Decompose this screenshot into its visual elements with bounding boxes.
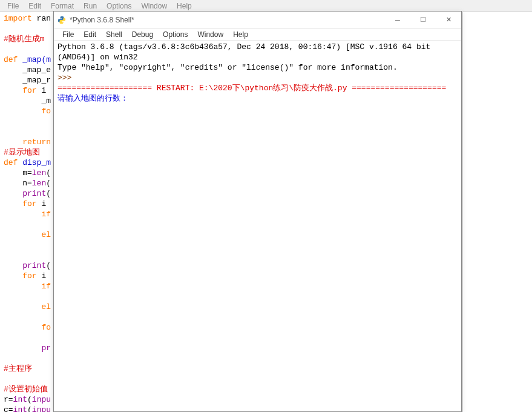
shell-menu-edit[interactable]: Edit	[79, 30, 101, 39]
window-controls: ─ ☐ ✕	[385, 12, 461, 28]
shell-restart-line: ==================== RESTART: E:\2020下\p…	[57, 84, 427, 93]
code-text: _m	[4, 96, 51, 105]
code-text: (	[46, 189, 51, 198]
keyword-import: import	[4, 14, 32, 23]
close-button[interactable]: ✕	[436, 12, 461, 28]
builtin-int: int	[13, 405, 27, 412]
shell-menu-debug[interactable]: Debug	[127, 30, 158, 39]
code-text: (	[46, 168, 51, 178]
func-name: _map(m	[18, 55, 51, 64]
python-icon	[57, 16, 66, 24]
code-text: n=	[4, 179, 32, 188]
code-text: i	[37, 199, 51, 208]
comment: #设置初始值	[4, 385, 48, 394]
keyword-else: el	[4, 230, 51, 239]
shell-output-area[interactable]: Python 3.6.8 (tags/v3.6.8:3c6b436a57, De…	[54, 41, 461, 105]
code-text: i	[37, 86, 51, 95]
editor-margin-line	[462, 12, 463, 412]
comment: #主程序	[4, 364, 32, 373]
keyword-def: def	[4, 55, 18, 64]
keyword-for: for	[4, 199, 37, 208]
editor-menubar: File Edit Format Run Options Window Help	[0, 0, 532, 12]
code-text: i	[37, 271, 51, 281]
func-name: disp_m	[18, 158, 51, 167]
menu-run[interactable]: Run	[79, 2, 102, 10]
code-text: r=	[4, 395, 13, 404]
shell-banner-version: Python 3.6.8 (tags/v3.6.8:3c6b436a57, De…	[57, 42, 435, 62]
shell-input-prompt: 请输入地图的行数：	[57, 94, 128, 103]
builtin-input: inpu	[32, 395, 51, 404]
shell-menu-shell[interactable]: Shell	[101, 30, 127, 39]
builtin-input: inpu	[32, 405, 51, 412]
builtin-print: print	[4, 261, 46, 270]
builtin-print: print	[4, 189, 46, 198]
keyword-for: fo	[4, 107, 51, 116]
keyword-return: return	[4, 138, 51, 147]
keyword-for: for	[4, 271, 37, 281]
shell-menu-help[interactable]: Help	[228, 30, 253, 39]
shell-restart-tail: ====	[427, 84, 446, 93]
menu-window[interactable]: Window	[136, 2, 172, 10]
shell-banner-help: Type "help", "copyright", "credits" or "…	[57, 63, 398, 72]
python-shell-window: *Python 3.6.8 Shell* ─ ☐ ✕ File Edit She…	[53, 11, 462, 412]
code-text: (	[27, 405, 32, 412]
shell-menu-window[interactable]: Window	[192, 30, 228, 39]
menu-format[interactable]: Format	[46, 2, 79, 10]
code-text: _map_r	[4, 76, 51, 85]
minimize-button[interactable]: ─	[385, 12, 410, 28]
menu-help[interactable]: Help	[172, 2, 197, 10]
keyword-if: if	[4, 282, 51, 291]
shell-menu-options[interactable]: Options	[158, 30, 192, 39]
code-text: ran	[32, 14, 51, 23]
keyword-def: def	[4, 158, 18, 167]
code-text: (	[46, 261, 51, 270]
builtin-print: pr	[4, 344, 51, 353]
shell-prompt: >>>	[57, 73, 76, 82]
shell-titlebar[interactable]: *Python 3.6.8 Shell* ─ ☐ ✕	[54, 12, 461, 28]
keyword-for: fo	[4, 323, 51, 332]
keyword-else: el	[4, 302, 51, 311]
keyword-if: if	[4, 210, 51, 219]
maximize-button[interactable]: ☐	[410, 12, 436, 28]
shell-menu-file[interactable]: File	[57, 30, 79, 39]
builtin-len: len	[32, 168, 46, 178]
code-text: (	[27, 395, 32, 404]
builtin-int: int	[13, 395, 27, 404]
shell-window-title: *Python 3.6.8 Shell*	[70, 16, 134, 24]
shell-menubar: File Edit Shell Debug Options Window Hel…	[54, 28, 461, 41]
comment: #随机生成m	[4, 35, 45, 44]
comment: #显示地图	[4, 148, 40, 157]
code-text: m=	[4, 168, 32, 178]
keyword-for: for	[4, 86, 37, 95]
code-text: _map_e	[4, 65, 51, 75]
menu-file[interactable]: File	[2, 2, 24, 10]
menu-edit[interactable]: Edit	[24, 2, 46, 10]
code-text: (	[46, 179, 51, 188]
menu-options[interactable]: Options	[102, 2, 136, 10]
builtin-len: len	[32, 179, 46, 188]
code-text: c=	[4, 405, 13, 412]
